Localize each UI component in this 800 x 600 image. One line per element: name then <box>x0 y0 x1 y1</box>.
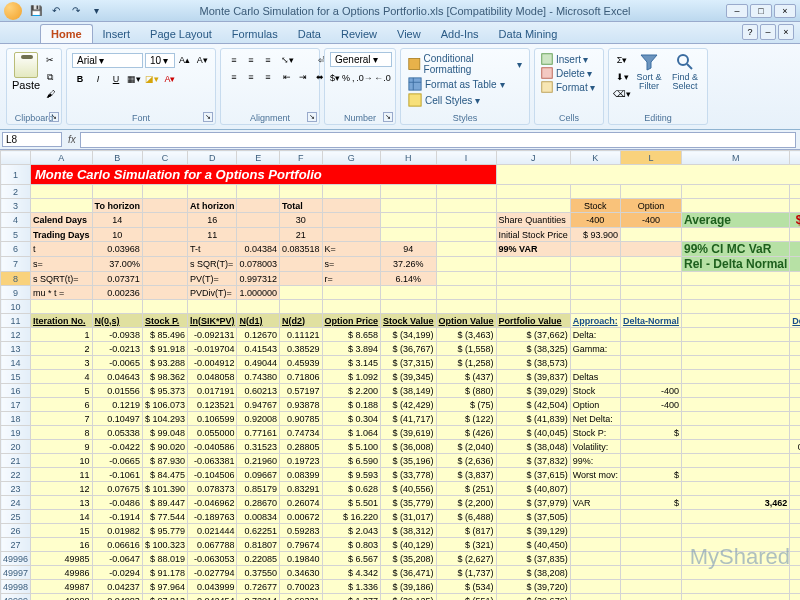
cell[interactable]: $ 99.048 <box>142 426 187 440</box>
cell[interactable] <box>620 552 681 566</box>
row-header[interactable]: 22 <box>1 468 31 482</box>
bold-button[interactable]: B <box>72 71 88 87</box>
cell[interactable]: $ (1,258) <box>436 356 496 370</box>
cell[interactable]: $ 106.073 <box>142 398 187 412</box>
cell[interactable] <box>496 257 570 272</box>
row-header[interactable]: 23 <box>1 482 31 496</box>
cell[interactable]: $ (2,627) <box>436 552 496 566</box>
cell[interactable] <box>620 454 681 468</box>
row-header[interactable]: 8 <box>1 272 31 286</box>
cell[interactable] <box>381 199 437 213</box>
number-dialog-icon[interactable]: ↘ <box>383 112 393 122</box>
comma-icon[interactable]: , <box>352 70 355 86</box>
cell[interactable]: $ <box>620 496 681 510</box>
cell[interactable]: $ 16.220 <box>322 510 381 524</box>
cell[interactable]: 184.95 <box>790 398 800 412</box>
cell[interactable] <box>436 257 496 272</box>
office-button[interactable] <box>4 2 22 20</box>
cell[interactable]: PV(T)= <box>187 272 237 286</box>
cell[interactable] <box>570 594 620 601</box>
minimize-button[interactable]: – <box>726 4 748 18</box>
cell[interactable]: 0.10497 <box>92 412 142 426</box>
cell[interactable]: Deltas <box>570 370 620 384</box>
cell[interactable] <box>570 482 620 496</box>
cell[interactable] <box>436 272 496 286</box>
cell[interactable]: 11 <box>31 468 93 482</box>
cell[interactable] <box>570 566 620 580</box>
cell[interactable]: $ (37,835) <box>496 552 570 566</box>
cell[interactable] <box>570 356 620 370</box>
cell[interactable]: $ 5.501 <box>322 496 381 510</box>
cell[interactable] <box>92 300 142 314</box>
cell[interactable]: Delta: <box>570 328 620 342</box>
cell[interactable] <box>187 185 237 199</box>
cell[interactable]: 0.04384 <box>237 242 280 257</box>
italic-button[interactable]: I <box>90 71 106 87</box>
cell[interactable]: 0.12670 <box>237 328 280 342</box>
cell[interactable] <box>682 342 790 356</box>
cell[interactable]: 0.37550 <box>237 566 280 580</box>
number-format-combo[interactable]: General▾ <box>330 52 392 67</box>
cell[interactable] <box>142 257 187 272</box>
cell[interactable] <box>620 524 681 538</box>
row-header[interactable]: 26 <box>1 524 31 538</box>
cell[interactable]: 0.85179 <box>237 482 280 496</box>
cell[interactable]: 49988 <box>31 594 93 601</box>
cell[interactable] <box>790 370 800 384</box>
close-button[interactable]: × <box>774 4 796 18</box>
cell[interactable]: $ (40,129) <box>381 538 437 552</box>
row-header[interactable]: 9 <box>1 286 31 300</box>
cell[interactable] <box>496 272 570 286</box>
cell[interactable]: 0.078373 <box>187 482 237 496</box>
cell[interactable]: $ (1,558) <box>436 342 496 356</box>
cell[interactable] <box>790 272 800 286</box>
clipboard-dialog-icon[interactable]: ↘ <box>49 112 59 122</box>
format-painter-icon[interactable]: 🖌 <box>42 86 58 102</box>
cell[interactable]: 37.26% <box>381 257 437 272</box>
cell[interactable] <box>237 300 280 314</box>
cell[interactable]: $ (534) <box>436 580 496 594</box>
cell[interactable] <box>620 510 681 524</box>
col-header-J[interactable]: J <box>496 151 570 165</box>
cell[interactable]: $ (37,505) <box>496 510 570 524</box>
cell[interactable] <box>570 185 620 199</box>
cell[interactable] <box>280 257 323 272</box>
cell[interactable] <box>620 342 681 356</box>
cell[interactable]: $ 88.019 <box>142 552 187 566</box>
cell[interactable]: $ (35,779) <box>381 496 437 510</box>
cell[interactable]: PVDiv(T)= <box>187 286 237 300</box>
cell[interactable]: 0.41543 <box>237 342 280 356</box>
help-icon[interactable]: ? <box>742 24 758 40</box>
cell[interactable] <box>620 440 681 454</box>
cell[interactable]: Net Delta: <box>570 412 620 426</box>
cell[interactable]: 0.04083 <box>92 594 142 601</box>
cell[interactable]: $ (37,979) <box>496 496 570 510</box>
cell[interactable]: 0.01556 <box>92 384 142 398</box>
cell[interactable]: Rel - Delta Normal <box>682 257 790 272</box>
cell[interactable] <box>237 199 280 213</box>
cell[interactable] <box>620 242 681 257</box>
cell[interactable]: 0.19723 <box>280 454 323 468</box>
cell[interactable] <box>682 524 790 538</box>
cell[interactable]: $ 77.544 <box>142 510 187 524</box>
cell[interactable]: $ 104.293 <box>142 412 187 426</box>
cell[interactable]: Option <box>620 199 681 213</box>
cell[interactable] <box>142 286 187 300</box>
cell[interactable]: $ (2,636) <box>436 454 496 468</box>
cell[interactable]: $ (42,429) <box>381 398 437 412</box>
cell[interactable]: $ 91.918 <box>142 342 187 356</box>
cell[interactable] <box>322 213 381 228</box>
cell[interactable] <box>682 566 790 580</box>
cell[interactable] <box>620 328 681 342</box>
maximize-button[interactable]: □ <box>750 4 772 18</box>
cell[interactable]: $ 95.779 <box>142 524 187 538</box>
cell[interactable]: $ 97.964 <box>142 580 187 594</box>
tab-view[interactable]: View <box>387 25 431 43</box>
cell[interactable] <box>682 412 790 426</box>
cell[interactable]: 1.000000 <box>237 286 280 300</box>
cell[interactable]: $ (39,246) <box>790 213 800 228</box>
cell[interactable]: $ (35,196) <box>381 454 437 468</box>
cell[interactable]: $ <box>620 468 681 482</box>
cell[interactable]: $ 6.590 <box>322 454 381 468</box>
cell[interactable]: 0.34630 <box>280 566 323 580</box>
